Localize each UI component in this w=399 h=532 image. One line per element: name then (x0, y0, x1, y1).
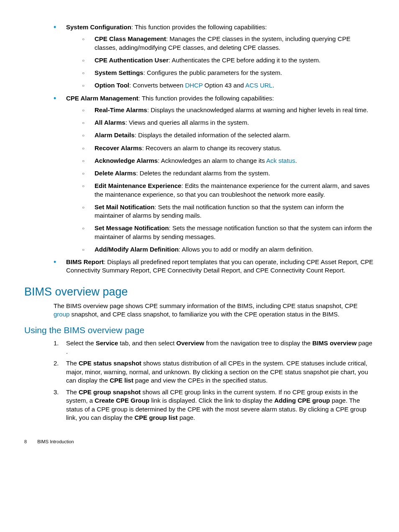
text: The BIMS overview page shows CPE summary… (54, 302, 358, 309)
subitem-acknowledge: Acknowledge Alarms: Acknowledges an alar… (82, 157, 375, 165)
step-3: The CPE group snapshot shows all CPE gro… (54, 388, 375, 422)
desc: : Allows you to add or modify an alarm d… (179, 246, 313, 253)
desc: : Configures the public parameters for t… (143, 69, 282, 76)
subitem: CPE Authentication User: Authenticates t… (82, 56, 375, 64)
subitem: System Settings: Configures the public p… (82, 69, 375, 77)
alarm-subitems: Real-Time Alarms: Displays the unacknowl… (66, 106, 375, 254)
page-number: 8 (24, 439, 27, 445)
bullet-bims-report: BIMS Report: Displays all predefined rep… (54, 258, 375, 275)
subitem: Set Mail Notification: Sets the mail not… (82, 203, 375, 220)
text: . (272, 82, 274, 89)
heading-using-bims-overview: Using the BIMS overview page (24, 324, 375, 336)
label: BIMS Report (66, 258, 104, 265)
subitem: Alarm Details: Displays the detailed inf… (82, 131, 375, 139)
label: CPE Authentication User (95, 57, 169, 64)
label: Delete Alarms (95, 170, 136, 177)
text: : Converts between (129, 82, 185, 89)
ack-status-link[interactable]: Ack status (266, 157, 295, 164)
top-bullet-list: System Configuration: This function prov… (24, 23, 375, 275)
subitem: Delete Alarms: Deletes the redundant ala… (82, 169, 375, 177)
label: CPE Class Management (95, 35, 166, 42)
desc: : Recovers an alarm to change its recove… (142, 144, 281, 152)
steps-list: Select the Service tab, and then select … (24, 339, 375, 422)
desc: : Authenticates the CPE before adding it… (169, 57, 321, 64)
label: Set Message Notification (95, 224, 169, 231)
bullet-cpe-alarm-management: CPE Alarm Management: This function prov… (54, 94, 375, 254)
label: Real-Time Alarms (95, 106, 147, 113)
desc: : Displays the detailed information of t… (135, 131, 291, 139)
text: Option 43 and (203, 82, 246, 89)
acs-url-link[interactable]: ACS URL (245, 82, 272, 89)
subitem: Add/Modify Alarm Definition: Allows you … (82, 245, 375, 254)
step-1: Select the Service tab, and then select … (54, 339, 375, 356)
subitem: Edit Maintenance Experience: Edits the m… (82, 182, 375, 199)
desc: : Views and queries all alarms in the sy… (125, 119, 249, 126)
subitem-option-tool: Option Tool: Converts between DHCP Optio… (82, 81, 375, 90)
label: CPE Alarm Management (66, 95, 138, 102)
subitem: All Alarms: Views and queries all alarms… (82, 118, 375, 127)
label: Acknowledge Alarms (95, 157, 158, 164)
label: All Alarms (95, 119, 125, 126)
label: Recover Alarms (95, 144, 142, 152)
label: System Settings (95, 69, 143, 76)
dhcp-link[interactable]: DHCP (185, 82, 202, 89)
footer-title: BIMS Introduction (37, 439, 74, 445)
label: System Configuration (66, 23, 131, 31)
desc: : Displays the unacknowledged alarms at … (147, 106, 368, 113)
step-2: The CPE status snapshot shows status dis… (54, 359, 375, 385)
group-link[interactable]: group (54, 311, 69, 318)
bullet-system-configuration: System Configuration: This function prov… (54, 23, 375, 90)
text: . (295, 157, 297, 164)
heading-bims-overview-page: BIMS overview page (24, 284, 375, 299)
desc: : Deletes the redundant alarms from the … (136, 170, 270, 177)
text: snapshot, and CPE class snapshot, to fam… (69, 311, 339, 318)
sysconf-subitems: CPE Class Management: Manages the CPE cl… (66, 35, 375, 90)
label: Option Tool (95, 82, 129, 89)
subitem: Recover Alarms: Recovers an alarm to cha… (82, 144, 375, 152)
paragraph-overview: The BIMS overview page shows CPE summary… (54, 302, 375, 319)
label: Set Mail Notification (95, 203, 154, 211)
desc: : This function provides the following c… (138, 95, 274, 102)
subitem: Set Message Notification: Sets the messa… (82, 224, 375, 241)
label: Alarm Details (95, 131, 135, 139)
label: Add/Modify Alarm Definition (95, 246, 179, 253)
desc: : Displays all predefined report templat… (66, 258, 373, 274)
subitem: CPE Class Management: Manages the CPE cl… (82, 35, 375, 52)
page-footer: 8 BIMS Introduction (24, 439, 375, 445)
label: Edit Maintenance Experience (95, 182, 182, 189)
subitem: Real-Time Alarms: Displays the unacknowl… (82, 106, 375, 114)
text: : Acknowledges an alarm to change its (158, 157, 266, 164)
desc: : This function provides the following c… (131, 23, 267, 31)
